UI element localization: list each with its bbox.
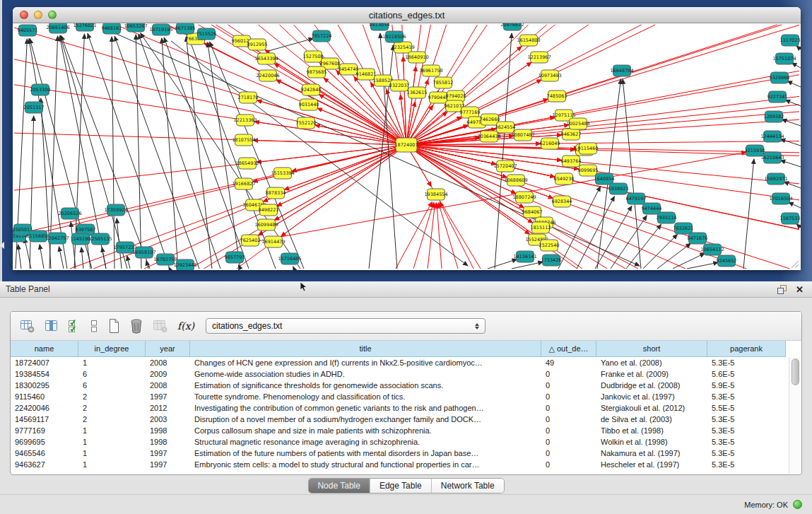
column-header-short[interactable]: short [596, 341, 707, 357]
table-row[interactable]: 1938455462009Genome-wide association stu… [11, 368, 786, 380]
network-edge[interactable] [40, 245, 44, 269]
network-node[interactable]: 19166827 [232, 178, 255, 189]
column-header-year[interactable]: year [146, 341, 190, 357]
network-node[interactable]: 16154808 [517, 35, 540, 46]
network-edge[interactable] [127, 256, 130, 269]
network-edge[interactable] [269, 38, 313, 51]
network-node[interactable]: 9242848 [301, 84, 322, 95]
network-node[interactable]: 9671385 [175, 23, 196, 34]
network-edge[interactable] [114, 36, 199, 269]
network-node[interactable]: 9466161 [102, 23, 122, 34]
network-node[interactable]: 12042757 [45, 233, 69, 244]
network-edge[interactable] [81, 247, 83, 269]
network-node[interactable]: 9405571 [18, 25, 38, 36]
network-node[interactable]: 1167533 [780, 213, 801, 224]
table-row[interactable]: 946554611997Estimation of the future num… [11, 448, 786, 459]
panel-collapse-arrow[interactable] [0, 242, 4, 249]
network-edge[interactable] [319, 95, 406, 145]
network-node[interactable]: 9684067 [522, 206, 543, 218]
network-node[interactable]: 10719195 [149, 24, 172, 35]
network-node[interactable]: 16648784 [610, 65, 633, 76]
network-edge[interactable] [438, 203, 458, 269]
network-edge[interactable] [293, 267, 294, 269]
network-node[interactable]: 7625402 [240, 235, 261, 246]
network-node[interactable]: 12213363 [233, 115, 257, 126]
manage-columns-button[interactable] [45, 319, 59, 333]
network-edge[interactable] [796, 224, 801, 228]
network-node[interactable]: 16958107 [132, 247, 155, 258]
network-node[interactable]: 2935114 [657, 212, 677, 223]
table-row[interactable]: 946362711997Embryonic stem cells: a mode… [11, 459, 786, 470]
table-row[interactable]: 2242004622012Investigating the contribut… [11, 402, 786, 414]
network-node[interactable]: 14136141 [513, 251, 536, 262]
column-header-title[interactable]: title [190, 341, 541, 357]
network-node[interactable]: 16914479 [261, 236, 285, 247]
network-node[interactable]: 15716485 [278, 253, 301, 264]
network-node[interactable]: 1362615 [407, 87, 428, 98]
tab-edge-table[interactable]: Edge Table [370, 479, 432, 493]
network-edge[interactable] [59, 247, 64, 269]
network-node[interactable]: 20691406 [46, 23, 69, 33]
network-node[interactable]: 1640954 [594, 173, 615, 185]
network-node[interactable]: 17016504 [769, 193, 792, 204]
table-row[interactable]: 1456911722003Disruption of a novel membe… [11, 414, 786, 425]
network-node[interactable]: 9115460 [578, 143, 599, 154]
network-node[interactable]: 7552120 [296, 117, 317, 129]
minimize-button[interactable] [34, 11, 42, 19]
network-node[interactable]: 15153394 [271, 168, 294, 179]
network-node[interactable]: 9463627 [561, 129, 582, 140]
network-node[interactable]: 8813054 [370, 23, 390, 30]
network-node[interactable]: 8878334 [266, 187, 286, 199]
network-node[interactable]: 8912955 [247, 39, 268, 50]
network-edge[interactable] [406, 145, 524, 208]
network-edge[interactable] [495, 33, 512, 269]
column-settings-button[interactable] [20, 319, 35, 333]
network-node[interactable]: 10654112 [700, 244, 724, 255]
network-node[interactable]: 22420046 [256, 70, 279, 81]
network-edge[interactable] [274, 145, 406, 221]
network-edge[interactable] [657, 243, 690, 269]
network-edge[interactable] [30, 116, 34, 269]
network-canvas[interactable]: 1872400715275082967608845474991468211588… [13, 23, 801, 270]
network-node[interactable]: 18107554 [232, 134, 255, 146]
network-node[interactable]: 20206526 [58, 208, 81, 219]
network-edge[interactable] [317, 108, 406, 145]
table-row[interactable]: 1830029562008Estimation of significance … [11, 380, 786, 391]
network-node[interactable]: 2053300 [30, 84, 51, 95]
network-edge[interactable] [164, 37, 249, 269]
network-node[interactable]: 10807487 [511, 129, 534, 141]
network-edge[interactable] [253, 140, 406, 145]
memory-indicator-icon[interactable] [793, 500, 802, 509]
network-node[interactable]: 10653287 [124, 23, 147, 32]
network-node[interactable]: 6216049 [540, 138, 560, 149]
network-node[interactable]: 1815112 [531, 222, 551, 233]
close-button[interactable] [20, 11, 28, 19]
tab-node-table[interactable]: Node Table [308, 479, 370, 493]
network-node[interactable]: 15751074 [772, 53, 796, 64]
network-node[interactable]: 10688609 [504, 175, 527, 186]
network-edge[interactable] [796, 46, 801, 49]
network-node[interactable]: 2718170 [238, 92, 259, 103]
network-edge[interactable] [687, 262, 718, 269]
network-node[interactable]: 2051317 [24, 102, 45, 113]
network-node[interactable]: 6493764 [561, 156, 582, 167]
table-row[interactable]: 911546021997Tourette syndrome. Phenomeno… [11, 391, 786, 402]
tab-network-table[interactable]: Network Table [432, 479, 504, 493]
select-all-button[interactable] [68, 319, 81, 333]
import-table-button[interactable] [153, 319, 168, 333]
new-column-button[interactable] [107, 318, 120, 334]
network-node[interactable]: 9227341 [767, 91, 788, 103]
network-node[interactable]: 9329966 [770, 72, 790, 83]
table-source-select[interactable]: citations_edges.txt [206, 318, 486, 334]
network-node[interactable]: 9498223 [259, 204, 279, 216]
network-edge[interactable] [396, 202, 432, 269]
network-edge[interactable] [780, 160, 801, 167]
network-node[interactable]: 6928344 [552, 196, 572, 207]
network-node[interactable]: 7855812 [433, 77, 454, 88]
function-builder-button[interactable]: f(x) [177, 321, 194, 331]
network-node[interactable]: 8471676 [688, 233, 708, 244]
network-node[interactable]: 12505135 [88, 233, 112, 245]
network-node[interactable]: 15692971 [764, 173, 787, 185]
network-node[interactable]: 1145190 [71, 233, 91, 245]
close-panel-button[interactable]: ✕ [796, 285, 804, 294]
